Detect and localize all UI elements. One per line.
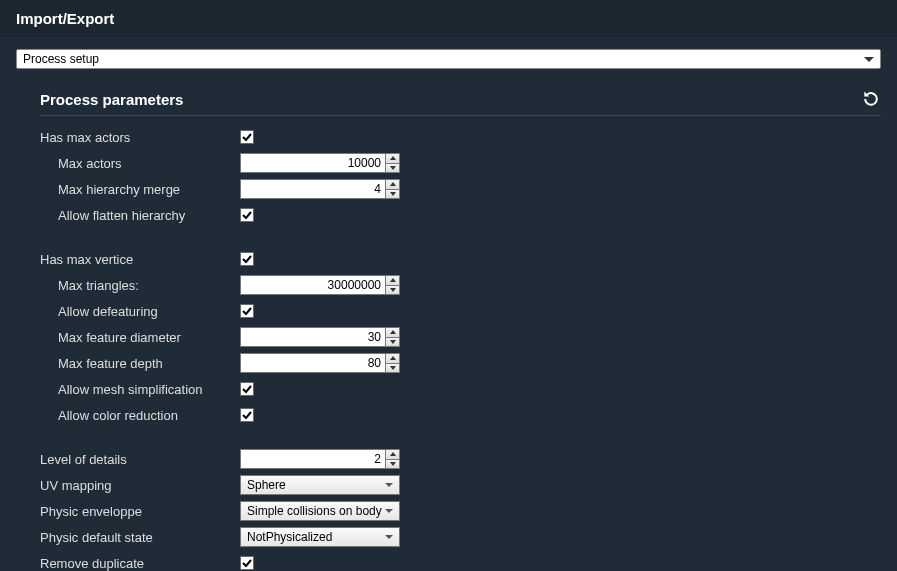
allow-mesh-simp-checkbox[interactable]	[240, 382, 254, 396]
max-triangles-input[interactable]: 30000000	[241, 276, 385, 294]
spinner-up-button[interactable]	[386, 354, 399, 363]
physic-enveloppe-value: Simple collisions on body	[247, 504, 382, 518]
reset-button[interactable]	[861, 89, 881, 109]
spinner-down-button[interactable]	[386, 363, 399, 373]
has-max-vertice-label: Has max vertice	[40, 252, 240, 267]
arrow-down-icon	[390, 366, 396, 370]
max-hierarchy-merge-spinner[interactable]: 4	[240, 179, 400, 199]
arrow-up-icon	[390, 182, 396, 186]
allow-mesh-simp-label: Allow mesh simplification	[40, 382, 240, 397]
has-max-actors-checkbox[interactable]	[240, 130, 254, 144]
max-feature-diameter-input[interactable]: 30	[241, 328, 385, 346]
spinner-buttons	[385, 354, 399, 372]
allow-flatten-label: Allow flatten hierarchy	[40, 208, 240, 223]
spinner-buttons	[385, 450, 399, 468]
check-icon	[242, 132, 252, 142]
arrow-down-icon	[390, 340, 396, 344]
has-max-vertice-checkbox[interactable]	[240, 252, 254, 266]
allow-defeaturing-checkbox[interactable]	[240, 304, 254, 318]
parameters-list: Has max actors Max actors 10000 M	[16, 124, 881, 571]
spinner-buttons	[385, 276, 399, 294]
allow-flatten-checkbox[interactable]	[240, 208, 254, 222]
chevron-down-icon	[864, 57, 874, 62]
panel-content: Process setup Process parameters Has max…	[0, 37, 897, 571]
has-max-actors-label: Has max actors	[40, 130, 240, 145]
remove-duplicate-label: Remove duplicate	[40, 556, 240, 571]
level-of-details-spinner[interactable]: 2	[240, 449, 400, 469]
chevron-down-icon	[385, 535, 393, 539]
check-icon	[242, 210, 252, 220]
allow-color-reduction-label: Allow color reduction	[40, 408, 240, 423]
physic-default-state-select[interactable]: NotPhysicalized	[240, 527, 400, 547]
process-setup-value: Process setup	[23, 52, 99, 66]
max-feature-depth-spinner[interactable]: 80	[240, 353, 400, 373]
physic-default-state-value: NotPhysicalized	[247, 530, 332, 544]
panel-title: Import/Export	[16, 10, 114, 27]
check-icon	[242, 410, 252, 420]
check-icon	[242, 254, 252, 264]
spinner-up-button[interactable]	[386, 154, 399, 163]
section-divider	[40, 115, 881, 116]
spinner-up-button[interactable]	[386, 276, 399, 285]
level-of-details-input[interactable]: 2	[241, 450, 385, 468]
arrow-up-icon	[390, 452, 396, 456]
allow-defeaturing-label: Allow defeaturing	[40, 304, 240, 319]
arrow-up-icon	[390, 278, 396, 282]
physic-enveloppe-label: Physic enveloppe	[40, 504, 240, 519]
uv-mapping-label: UV mapping	[40, 478, 240, 493]
check-icon	[242, 558, 252, 568]
max-actors-label: Max actors	[40, 156, 240, 171]
spinner-up-button[interactable]	[386, 328, 399, 337]
max-hierarchy-merge-label: Max hierarchy merge	[40, 182, 240, 197]
chevron-down-icon	[385, 509, 393, 513]
max-actors-spinner[interactable]: 10000	[240, 153, 400, 173]
physic-enveloppe-select[interactable]: Simple collisions on body	[240, 501, 400, 521]
spinner-buttons	[385, 328, 399, 346]
process-setup-dropdown[interactable]: Process setup	[16, 49, 881, 69]
check-icon	[242, 306, 252, 316]
check-icon	[242, 384, 252, 394]
spinner-buttons	[385, 154, 399, 172]
arrow-up-icon	[390, 156, 396, 160]
spinner-down-button[interactable]	[386, 459, 399, 469]
arrow-down-icon	[390, 462, 396, 466]
arrow-up-icon	[390, 356, 396, 360]
panel-header: Import/Export	[0, 0, 897, 37]
max-triangles-label: Max triangles:	[40, 278, 240, 293]
spinner-buttons	[385, 180, 399, 198]
max-triangles-spinner[interactable]: 30000000	[240, 275, 400, 295]
spinner-down-button[interactable]	[386, 337, 399, 347]
arrow-down-icon	[390, 192, 396, 196]
uv-mapping-select[interactable]: Sphere	[240, 475, 400, 495]
arrow-down-icon	[390, 166, 396, 170]
arrow-up-icon	[390, 330, 396, 334]
chevron-down-icon	[385, 483, 393, 487]
spinner-down-button[interactable]	[386, 285, 399, 295]
physic-default-state-label: Physic default state	[40, 530, 240, 545]
spinner-down-button[interactable]	[386, 163, 399, 173]
section-title: Process parameters	[40, 91, 183, 108]
spinner-up-button[interactable]	[386, 180, 399, 189]
arrow-down-icon	[390, 288, 396, 292]
max-feature-diameter-label: Max feature diameter	[40, 330, 240, 345]
uv-mapping-value: Sphere	[247, 478, 286, 492]
level-of-details-label: Level of details	[40, 452, 240, 467]
max-feature-depth-input[interactable]: 80	[241, 354, 385, 372]
allow-color-reduction-checkbox[interactable]	[240, 408, 254, 422]
remove-duplicate-checkbox[interactable]	[240, 556, 254, 570]
max-hierarchy-merge-input[interactable]: 4	[241, 180, 385, 198]
spinner-down-button[interactable]	[386, 189, 399, 199]
spinner-up-button[interactable]	[386, 450, 399, 459]
max-actors-input[interactable]: 10000	[241, 154, 385, 172]
section-header: Process parameters	[16, 89, 881, 113]
max-feature-depth-label: Max feature depth	[40, 356, 240, 371]
undo-icon	[861, 89, 881, 109]
max-feature-diameter-spinner[interactable]: 30	[240, 327, 400, 347]
